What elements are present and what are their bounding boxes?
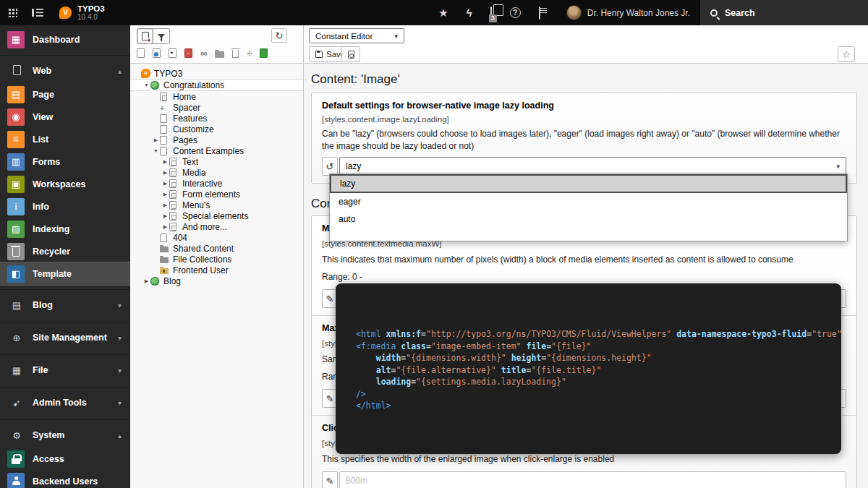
tree-item-frontend-user[interactable]: Frontend User bbox=[130, 265, 303, 275]
tree-item-shared-content[interactable]: Shared Content bbox=[130, 243, 303, 254]
sidebar-section-admin-tools[interactable]: ➹Admin Tools▾ bbox=[0, 390, 130, 415]
drag-new-spacer-icon[interactable]: ÷ bbox=[247, 48, 252, 59]
tree-item-404[interactable]: 404 bbox=[130, 232, 303, 243]
preview-button[interactable] bbox=[341, 46, 360, 62]
user-menu[interactable]: Dr. Henry Walton Jones Jr. bbox=[556, 0, 700, 25]
tree-item-text[interactable]: ▶Text bbox=[130, 156, 303, 167]
bookmarks-icon[interactable]: ★ bbox=[438, 8, 448, 18]
tree-item-interactive[interactable]: ▶Interactive bbox=[130, 178, 303, 189]
tree-item-menu-s[interactable]: ▶Menu's bbox=[130, 200, 303, 210]
search-bar[interactable]: Search bbox=[700, 0, 868, 25]
editor-mode-select[interactable]: Constant Editor ▾ bbox=[309, 28, 404, 43]
drag-new-folder-icon[interactable] bbox=[215, 51, 224, 58]
tree-item-form-elements[interactable]: ▶Form elements bbox=[130, 189, 303, 200]
sidebar-item-template[interactable]: ◧Template bbox=[0, 262, 130, 285]
sidebar-item-backend-users[interactable]: Backend Users bbox=[0, 470, 130, 488]
drag-new-link-icon[interactable]: ∞ bbox=[200, 48, 207, 59]
bookmark-page-button[interactable]: ☆ bbox=[838, 46, 855, 62]
refresh-tree-button[interactable]: ↻ bbox=[271, 28, 287, 43]
sidebar-item-access[interactable]: Access bbox=[0, 448, 130, 470]
caret-down-icon[interactable]: ▼ bbox=[152, 148, 160, 153]
caret-right-icon[interactable]: ▶ bbox=[161, 202, 169, 208]
caret-right-icon[interactable]: ▶ bbox=[161, 170, 169, 176]
view-icon: ◉ bbox=[7, 108, 25, 126]
caret-right-icon[interactable]: ▶ bbox=[161, 213, 169, 219]
tree-item-label: Media bbox=[180, 168, 206, 178]
sidebar-group: ⚙System▴AccessBackend Users◷Scheduler bbox=[0, 420, 130, 488]
caret-right-icon[interactable]: ▶ bbox=[161, 181, 169, 187]
tree-item-label: Frontend User bbox=[171, 265, 229, 275]
drag-new-page-inside-icon[interactable] bbox=[260, 48, 268, 58]
edit-value-button[interactable]: ✎ bbox=[322, 471, 338, 488]
pagetree-toggle-button[interactable] bbox=[25, 0, 49, 25]
tree-item-special-elements[interactable]: ▶Special elements bbox=[130, 210, 303, 221]
tree-item-features[interactable]: Features bbox=[130, 113, 303, 124]
tree-item-label: File Collections bbox=[171, 254, 231, 265]
tree-item-content-examples[interactable]: ▼Content Examples bbox=[130, 145, 303, 156]
caret-down-icon[interactable]: ▼ bbox=[142, 82, 150, 87]
clear-cache-icon[interactable]: ϟ bbox=[467, 8, 472, 18]
opened-documents-icon[interactable]: 3 bbox=[490, 8, 492, 18]
caret-right-icon[interactable]: ▶ bbox=[161, 192, 169, 197]
caret-right-icon[interactable]: ▶ bbox=[142, 278, 150, 284]
chevron-down-icon: ▾ bbox=[394, 33, 398, 40]
tree-item-and-more[interactable]: ▶And more... bbox=[130, 221, 303, 232]
tree-item-spacer[interactable]: ÷Spacer bbox=[130, 102, 303, 113]
topbar-tools: ★ ϟ 3 ? bbox=[438, 7, 540, 18]
tree-item-typo3[interactable]: VTYPO3 bbox=[130, 68, 303, 79]
content-page-icon bbox=[169, 223, 176, 231]
sidebar-item-dashboard[interactable]: ▦Dashboard bbox=[0, 28, 130, 51]
tree-item-label: Home bbox=[171, 92, 196, 102]
code-snippet-overlay: <html xmlns:f="http://typo3.org/ns/TYPO3… bbox=[336, 283, 841, 454]
sidebar-item-recycler[interactable]: Recycler bbox=[0, 240, 130, 262]
option-eager[interactable]: eager bbox=[330, 193, 847, 210]
constant-name: [styles.content.image.lazyLoading] bbox=[322, 115, 846, 124]
tree-item-congratulations[interactable]: ▼Congratulations bbox=[130, 79, 303, 91]
new-page-button[interactable] bbox=[137, 29, 153, 43]
tree-item-customize[interactable]: Customize bbox=[130, 124, 303, 134]
sidebar-section-web[interactable]: Web▴ bbox=[0, 59, 130, 83]
sidebar-section-system[interactable]: ⚙System▴ bbox=[0, 423, 130, 448]
search-icon bbox=[710, 9, 718, 17]
tree-item-file-collections[interactable]: File Collections bbox=[130, 254, 303, 265]
caret-right-icon[interactable]: ▶ bbox=[152, 137, 160, 143]
option-lazy[interactable]: lazy bbox=[330, 174, 847, 193]
caret-right-icon[interactable]: ▶ bbox=[161, 224, 169, 230]
drag-trash-icon[interactable] bbox=[232, 50, 239, 58]
drag-new-external-link-page-icon[interactable] bbox=[184, 48, 192, 58]
typo3-logo-icon: V bbox=[59, 7, 72, 19]
sidebar-item-list[interactable]: ≡List bbox=[0, 128, 130, 150]
sidebar-item-indexing[interactable]: ▨Indexing bbox=[0, 218, 130, 240]
blog-icon: ▤ bbox=[10, 300, 23, 311]
filter-icon bbox=[158, 34, 165, 38]
tree-item-pages[interactable]: ▶Pages bbox=[130, 134, 303, 145]
caret-right-icon[interactable]: ▶ bbox=[161, 159, 169, 165]
option-auto[interactable]: auto bbox=[330, 210, 847, 228]
lazy-loading-select-value: lazy bbox=[346, 161, 361, 171]
content-page-icon bbox=[169, 168, 176, 177]
sidebar-item-info[interactable]: iInfo bbox=[0, 195, 130, 218]
system-information-icon[interactable] bbox=[539, 8, 540, 18]
filter-button[interactable] bbox=[153, 29, 169, 43]
tree-item-home[interactable]: Home bbox=[130, 91, 303, 102]
sidebar-section-site-management[interactable]: ⊕Site Management▾ bbox=[0, 325, 130, 350]
sidebar-item-workspaces[interactable]: ▣Workspaces bbox=[0, 173, 130, 195]
sidebar-section-file[interactable]: ▦File▾ bbox=[0, 358, 130, 382]
template-icon: ◧ bbox=[7, 265, 25, 283]
sidebar-section-blog[interactable]: ▤Blog▾ bbox=[0, 293, 130, 317]
sidebar-item-forms[interactable]: ▥Forms bbox=[0, 150, 130, 173]
pagetree: VTYPO3▼CongratulationsHome÷SpacerFeature… bbox=[130, 64, 303, 286]
drag-new-frontend-user-page-icon[interactable] bbox=[153, 48, 161, 58]
typo3-logo[interactable]: V TYPO3 10.4.0 bbox=[49, 0, 112, 25]
clickenlarge-input[interactable] bbox=[339, 471, 846, 488]
module-menu-toggle-button[interactable] bbox=[0, 0, 25, 25]
code-line: alt="{file.alternative}" title="{file.ti… bbox=[356, 364, 831, 377]
tree-item-media[interactable]: ▶Media bbox=[130, 167, 303, 178]
tree-item-blog[interactable]: ▶Blog bbox=[130, 275, 303, 286]
search-label: Search bbox=[725, 8, 755, 18]
drag-new-shortcut-page-icon[interactable] bbox=[169, 48, 176, 58]
sidebar-item-view[interactable]: ◉View bbox=[0, 106, 130, 128]
sidebar-item-page[interactable]: ▤Page bbox=[0, 83, 130, 106]
help-icon[interactable]: ? bbox=[510, 7, 521, 18]
drag-new-standard-page-icon[interactable] bbox=[137, 48, 145, 58]
